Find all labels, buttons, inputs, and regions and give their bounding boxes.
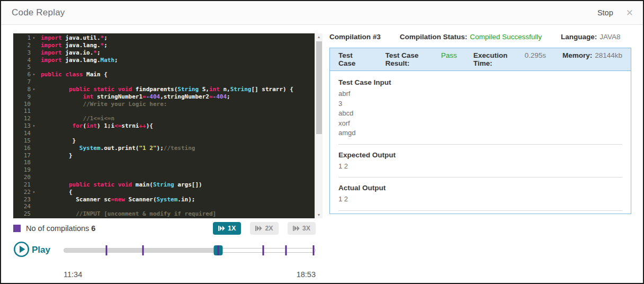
code-replay-window: Code Replay Stop ✕ 1▾import java.util.*;…	[0, 0, 644, 284]
code-line[interactable]: 23 Scanner sc=new Scanner(System.in);	[13, 196, 315, 203]
play-label: Play	[32, 245, 50, 255]
code-line[interactable]: 22▾ {	[13, 189, 315, 196]
line-gutter: 13▾	[13, 122, 37, 130]
code-line[interactable]: 10 //Write your Logic here:	[13, 101, 315, 108]
play-icon	[13, 241, 30, 259]
close-icon[interactable]: ✕	[626, 8, 633, 17]
expected-output-value: 1 2	[338, 162, 622, 172]
code-line[interactable]: 17 }	[13, 152, 315, 159]
line-number: 10	[13, 101, 31, 108]
line-gutter: 19	[13, 166, 37, 174]
code-line[interactable]: 19	[13, 166, 315, 174]
code-line[interactable]: 2import java.lang.*;	[13, 42, 315, 49]
line-gutter: 7	[13, 78, 37, 86]
line-number: 12	[13, 115, 31, 122]
code-line[interactable]: 11	[13, 108, 315, 115]
compilation-marker[interactable]	[217, 245, 219, 255]
line-number: 8	[13, 86, 31, 93]
compilation-marker[interactable]	[313, 245, 315, 255]
titlebar: Code Replay Stop ✕	[1, 1, 643, 25]
code-line[interactable]: 15 }	[13, 137, 315, 145]
line-gutter: 6▾	[13, 71, 37, 78]
line-number: 17	[13, 152, 31, 159]
speed-button-1x[interactable]: 1X	[213, 222, 241, 235]
compilation-status-label: Compilation Status:	[400, 33, 468, 41]
compilation-marker[interactable]	[285, 245, 287, 255]
line-gutter: 24	[13, 203, 37, 210]
code-line[interactable]: 12 //1<=i<=n	[13, 115, 315, 122]
speed-button-2x[interactable]: 2X	[250, 222, 278, 235]
code-line[interactable]: 25 //INPUT [uncomment & modify if requir…	[13, 210, 315, 218]
code-text: }	[37, 137, 76, 145]
code-text: public class Main {	[37, 71, 108, 78]
line-number: 25	[13, 210, 31, 218]
test-case-input-line: amgd	[338, 128, 622, 138]
code-line[interactable]: 3import java.io.*;	[13, 49, 315, 57]
code-line[interactable]: 4import java.lang.Math;	[13, 57, 315, 64]
scrollbar-thumb[interactable]	[316, 41, 322, 134]
test-case-title: Test Case	[338, 51, 369, 67]
compilation-marker[interactable]	[142, 245, 144, 255]
expected-output-title: Expected Output	[338, 151, 622, 159]
fast-forward-icon	[218, 226, 225, 231]
code-line[interactable]: 21 public static void main(String args[]…	[13, 181, 315, 189]
line-number: 24	[13, 203, 31, 210]
code-text: }	[37, 152, 73, 159]
compilation-count: 6	[91, 224, 95, 233]
compilation-marker[interactable]	[262, 245, 264, 255]
code-line[interactable]: 8▾ public static void findparents(String…	[13, 86, 315, 93]
code-line[interactable]: 5	[13, 64, 315, 71]
timeline-progress	[64, 248, 218, 253]
fold-arrow-icon[interactable]: ▾	[31, 71, 37, 78]
fold-arrow-icon[interactable]: ▾	[31, 189, 37, 196]
start-time: 11:34	[64, 270, 82, 279]
code-line[interactable]: 14	[13, 130, 315, 137]
line-number: 5	[13, 64, 31, 71]
speed-button-3x[interactable]: 3X	[288, 222, 316, 235]
fold-arrow-icon[interactable]: ▾	[31, 34, 37, 42]
code-line[interactable]: 6▾public class Main {	[13, 71, 315, 78]
line-number: 7	[13, 78, 31, 86]
code-line[interactable]: 24	[13, 203, 315, 210]
code-editor-area: 1▾import java.util.*;2import java.lang.*…	[13, 33, 323, 218]
code-text: //INPUT [uncomment & modify if required]	[37, 210, 216, 218]
code-line[interactable]: 1▾import java.util.*;	[13, 34, 315, 42]
line-gutter: 4	[13, 57, 37, 64]
code-line[interactable]: 9 int stringNumber1=-404,stringNumber2=-…	[13, 93, 315, 101]
code-line[interactable]: 16 System.out.print("1 2");//testing	[13, 145, 315, 152]
divider	[338, 210, 622, 211]
timeline-slider[interactable]	[64, 245, 316, 255]
line-number: 18	[13, 159, 31, 166]
test-case-input-line: abcd	[338, 109, 622, 119]
page-title: Code Replay	[12, 7, 65, 18]
controls-row: No of compilations 6 1X2X3X	[13, 222, 316, 235]
language-value: JAVA8	[600, 33, 620, 41]
code-line[interactable]: 18	[13, 159, 315, 166]
fold-arrow-icon[interactable]: ▾	[31, 122, 37, 130]
code-line[interactable]: 20	[13, 174, 315, 181]
editor-scrollbar[interactable]: ▲ ▼	[315, 33, 323, 218]
line-number: 16	[13, 145, 31, 152]
code-editor[interactable]: 1▾import java.util.*;2import java.lang.*…	[13, 33, 315, 218]
code-line[interactable]: 7	[13, 78, 315, 86]
line-number: 19	[13, 166, 31, 174]
line-number: 13	[13, 122, 31, 130]
code-line[interactable]: 13▾ for(int) 1;i<=strni++){	[13, 122, 315, 130]
scroll-down-icon[interactable]: ▼	[315, 213, 323, 217]
play-button[interactable]: Play	[13, 241, 50, 259]
stop-button[interactable]: Stop	[597, 8, 613, 17]
line-gutter: 15	[13, 137, 37, 145]
line-gutter: 23	[13, 196, 37, 203]
line-gutter: 16	[13, 145, 37, 152]
compilation-marker[interactable]	[105, 245, 107, 255]
fold-arrow-icon[interactable]: ▾	[31, 86, 37, 93]
divider	[338, 144, 622, 145]
scroll-up-icon[interactable]: ▲	[315, 35, 323, 39]
code-text	[37, 166, 41, 174]
memory-label: Memory:	[562, 51, 592, 59]
code-text	[37, 64, 41, 71]
code-text: System.out.print("1 2");//testing	[37, 145, 195, 152]
compilations-legend: No of compilations 6	[13, 224, 95, 233]
line-gutter: 17	[13, 152, 37, 159]
test-case-input-line: 3	[338, 99, 622, 109]
